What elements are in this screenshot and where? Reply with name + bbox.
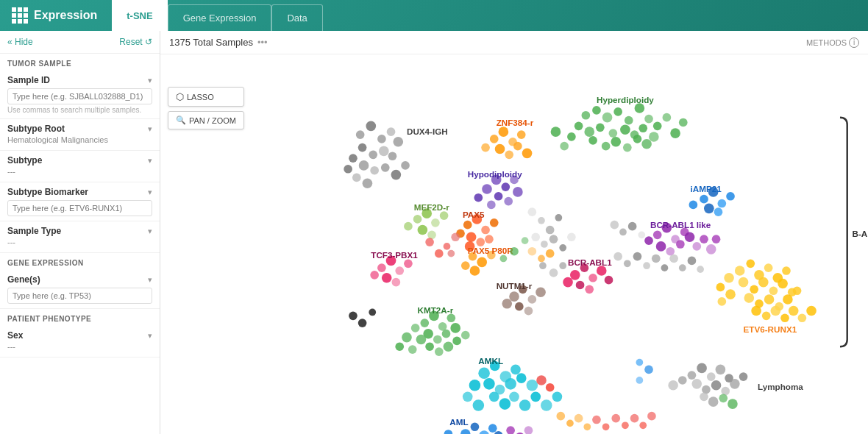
svg-point-140 bbox=[610, 221, 619, 230]
svg-point-162 bbox=[624, 260, 631, 267]
svg-point-15 bbox=[588, 136, 597, 145]
svg-point-271 bbox=[697, 363, 707, 374]
pan-zoom-button[interactable]: 🔍 PAN / ZOOM bbox=[168, 111, 244, 129]
svg-point-116 bbox=[395, 266, 404, 275]
svg-point-241 bbox=[530, 392, 541, 402]
svg-point-87 bbox=[490, 218, 499, 227]
svg-point-169 bbox=[688, 257, 697, 266]
tsne-canvas: ⬡ LASSO 🔍 PAN / ZOOM bbox=[160, 54, 868, 434]
svg-point-253 bbox=[488, 424, 497, 433]
genes-label-row[interactable]: Gene(s) ▾ bbox=[7, 274, 152, 285]
svg-point-144 bbox=[527, 247, 536, 256]
svg-point-53 bbox=[505, 150, 513, 159]
svg-point-142 bbox=[628, 222, 637, 231]
viz-toolbar: ⬡ LASSO 🔍 PAN / ZOOM bbox=[168, 87, 244, 129]
svg-point-301 bbox=[647, 412, 656, 421]
svg-point-103 bbox=[700, 235, 708, 243]
svg-text:BCR-ABL1 like: BCR-ABL1 like bbox=[650, 220, 711, 230]
svg-text:MEF2D-r: MEF2D-r bbox=[414, 202, 449, 212]
app-title: Expression bbox=[34, 9, 97, 22]
svg-point-110 bbox=[487, 251, 496, 260]
sample-id-input[interactable] bbox=[7, 88, 152, 104]
hide-button[interactable]: « Hide bbox=[7, 37, 33, 47]
svg-point-126 bbox=[576, 281, 585, 290]
svg-point-187 bbox=[758, 277, 769, 288]
info-icon: i bbox=[849, 38, 859, 48]
sample-type-label-row[interactable]: Sample Type ▾ bbox=[7, 226, 152, 236]
svg-point-281 bbox=[700, 393, 708, 402]
filter-sample-id: Sample ID ▾ Use commas to search multipl… bbox=[0, 71, 160, 119]
svg-point-160 bbox=[559, 262, 566, 269]
svg-point-16 bbox=[602, 142, 611, 151]
svg-point-3 bbox=[613, 107, 622, 116]
svg-point-117 bbox=[404, 259, 413, 268]
svg-point-237 bbox=[489, 392, 499, 402]
tab-gene-expression[interactable]: Gene Expression bbox=[168, 4, 272, 31]
svg-text:AML: AML bbox=[449, 417, 468, 427]
svg-point-216 bbox=[450, 323, 460, 333]
svg-point-131 bbox=[527, 207, 536, 216]
svg-point-7 bbox=[574, 122, 583, 131]
app-logo: Expression bbox=[12, 7, 97, 24]
subtype-biomarker-input[interactable] bbox=[7, 200, 152, 216]
cluster-pax5: PAX5 bbox=[456, 210, 498, 252]
svg-point-294 bbox=[583, 423, 591, 430]
sidebar: « Hide Reset ↺ TUMOR SAMPLE Sample ID ▾ … bbox=[0, 31, 160, 434]
svg-point-173 bbox=[527, 295, 536, 304]
svg-point-157 bbox=[369, 309, 376, 316]
genes-label: Gene(s) bbox=[7, 274, 40, 285]
reset-button[interactable]: Reset ↺ bbox=[119, 37, 152, 47]
svg-point-179 bbox=[735, 266, 745, 276]
svg-point-222 bbox=[452, 337, 461, 346]
svg-point-223 bbox=[461, 331, 470, 340]
svg-point-104 bbox=[644, 236, 653, 245]
svg-point-134 bbox=[555, 214, 562, 221]
svg-point-56 bbox=[481, 143, 490, 152]
sample-id-label-row[interactable]: Sample ID ▾ bbox=[7, 75, 152, 85]
svg-point-293 bbox=[574, 414, 583, 423]
sample-id-chevron: ▾ bbox=[148, 76, 152, 85]
genes-input[interactable] bbox=[7, 288, 152, 304]
svg-point-231 bbox=[511, 365, 521, 375]
svg-point-1 bbox=[592, 106, 601, 115]
svg-point-185 bbox=[739, 277, 749, 288]
sex-label-row[interactable]: Sex ▾ bbox=[7, 330, 152, 341]
svg-point-238 bbox=[499, 398, 511, 410]
subtype-biomarker-label-row[interactable]: Subtype Biomarker ▾ bbox=[7, 187, 152, 197]
svg-point-114 bbox=[377, 263, 386, 272]
svg-point-20 bbox=[641, 139, 652, 149]
subtype-label-row[interactable]: Subtype ▾ bbox=[7, 155, 152, 166]
more-options-icon[interactable]: ••• bbox=[257, 37, 268, 48]
svg-point-5 bbox=[635, 103, 645, 113]
tab-data[interactable]: Data bbox=[271, 4, 322, 31]
svg-text:Hyperdiploidy: Hyperdiploidy bbox=[597, 95, 654, 104]
svg-point-59 bbox=[501, 182, 510, 191]
svg-point-207 bbox=[806, 306, 817, 316]
svg-point-280 bbox=[739, 372, 748, 381]
svg-point-51 bbox=[517, 130, 526, 139]
svg-point-260 bbox=[506, 426, 515, 434]
svg-point-292 bbox=[566, 420, 574, 427]
svg-point-78 bbox=[431, 218, 440, 227]
svg-point-199 bbox=[725, 289, 736, 299]
svg-point-119 bbox=[392, 278, 401, 287]
svg-point-155 bbox=[349, 312, 357, 321]
svg-point-245 bbox=[463, 392, 473, 402]
svg-point-236 bbox=[527, 380, 538, 391]
subtype-root-label-row[interactable]: Subtype Root ▾ bbox=[7, 124, 152, 134]
svg-point-210 bbox=[429, 311, 439, 321]
tsne-plot[interactable]: Hyperdiploidy bbox=[160, 54, 868, 434]
svg-point-36 bbox=[379, 146, 389, 157]
svg-text:DUX4-IGH: DUX4-IGH bbox=[407, 127, 448, 136]
cluster-amkl: AMKL bbox=[463, 356, 562, 411]
svg-point-65 bbox=[474, 193, 483, 202]
svg-point-286 bbox=[668, 380, 678, 391]
svg-point-85 bbox=[472, 214, 483, 224]
tab-tsne[interactable]: t-SNE bbox=[112, 0, 167, 31]
b-all-bracket: B-ALL bbox=[840, 118, 868, 347]
filter-subtype-root: Subtype Root ▾ Hematological Malignancie… bbox=[0, 119, 160, 151]
svg-point-35 bbox=[369, 150, 377, 159]
svg-point-143 bbox=[638, 231, 645, 238]
lasso-button[interactable]: ⬡ LASSO bbox=[168, 87, 244, 107]
methods-button[interactable]: METHODS i bbox=[806, 38, 859, 48]
